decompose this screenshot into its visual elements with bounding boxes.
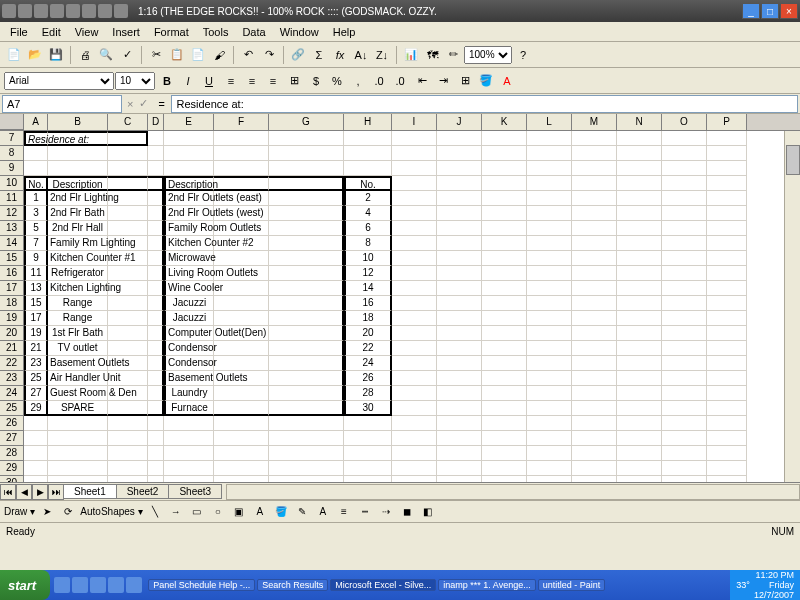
line-color-button[interactable]: ✎ xyxy=(293,503,311,521)
cell[interactable] xyxy=(108,251,148,266)
formula-input[interactable]: Residence at: xyxy=(171,95,798,113)
cell[interactable] xyxy=(572,476,617,482)
cell[interactable]: 13 xyxy=(24,281,48,296)
cell[interactable]: Condensor xyxy=(164,341,214,356)
font-select[interactable]: Arial xyxy=(4,72,114,90)
cell[interactable] xyxy=(214,401,269,416)
cell[interactable] xyxy=(662,131,707,146)
cell[interactable] xyxy=(108,281,148,296)
font-color-button[interactable]: A xyxy=(314,503,332,521)
cell[interactable] xyxy=(707,131,747,146)
cell[interactable] xyxy=(148,341,164,356)
cell[interactable] xyxy=(662,416,707,431)
cell[interactable] xyxy=(572,236,617,251)
menu-file[interactable]: File xyxy=(4,24,34,40)
cell[interactable] xyxy=(164,146,214,161)
cell[interactable] xyxy=(148,236,164,251)
cell[interactable] xyxy=(572,371,617,386)
row-header[interactable]: 19 xyxy=(0,311,24,326)
cell[interactable] xyxy=(108,356,148,371)
row-header[interactable]: 18 xyxy=(0,296,24,311)
borders-button[interactable]: ⊞ xyxy=(455,71,475,91)
cell[interactable] xyxy=(617,131,662,146)
cell[interactable] xyxy=(527,446,572,461)
cell[interactable] xyxy=(662,251,707,266)
fill-color-button[interactable]: 🪣 xyxy=(476,71,496,91)
cell[interactable] xyxy=(617,401,662,416)
cut-button[interactable]: ✂ xyxy=(146,45,166,65)
cell[interactable]: 1 xyxy=(24,191,48,206)
cell[interactable] xyxy=(437,146,482,161)
cell[interactable] xyxy=(148,446,164,461)
row-header[interactable]: 24 xyxy=(0,386,24,401)
cell[interactable] xyxy=(707,191,747,206)
sort-desc-button[interactable]: Z↓ xyxy=(372,45,392,65)
confirm-icon[interactable]: ✓ xyxy=(136,97,151,110)
inc-indent-button[interactable]: ⇥ xyxy=(433,71,453,91)
fill-button[interactable]: 🪣 xyxy=(272,503,290,521)
row-header[interactable]: 17 xyxy=(0,281,24,296)
cell[interactable] xyxy=(392,416,437,431)
ql-icon[interactable] xyxy=(108,577,124,593)
cell[interactable]: Computer Outlet(Den) xyxy=(164,326,214,341)
cell[interactable] xyxy=(269,251,344,266)
cell[interactable] xyxy=(482,461,527,476)
cell[interactable] xyxy=(148,401,164,416)
textbox-button[interactable]: ▣ xyxy=(230,503,248,521)
link-button[interactable]: 🔗 xyxy=(288,45,308,65)
cell[interactable] xyxy=(572,206,617,221)
task-button[interactable]: untitled - Paint xyxy=(538,579,606,591)
inc-decimal-button[interactable]: .0 xyxy=(369,71,389,91)
cell[interactable] xyxy=(269,191,344,206)
autosum-button[interactable]: Σ xyxy=(309,45,329,65)
menu-data[interactable]: Data xyxy=(236,24,271,40)
cell[interactable] xyxy=(572,311,617,326)
cell[interactable] xyxy=(164,476,214,482)
cell[interactable] xyxy=(527,356,572,371)
cell[interactable] xyxy=(437,341,482,356)
save-button[interactable]: 💾 xyxy=(46,45,66,65)
col-header[interactable]: G xyxy=(269,114,344,130)
cell[interactable] xyxy=(437,446,482,461)
cell[interactable] xyxy=(392,236,437,251)
cell[interactable] xyxy=(662,296,707,311)
cell[interactable] xyxy=(214,266,269,281)
cell[interactable] xyxy=(269,146,344,161)
cell[interactable] xyxy=(48,161,108,176)
cell[interactable] xyxy=(269,281,344,296)
col-header[interactable]: J xyxy=(437,114,482,130)
zoom-select[interactable]: 100% xyxy=(464,46,512,64)
select-all-corner[interactable] xyxy=(0,114,24,130)
cell[interactable] xyxy=(108,311,148,326)
cell[interactable] xyxy=(269,221,344,236)
cell[interactable] xyxy=(392,131,437,146)
font-color-button[interactable]: A xyxy=(497,71,517,91)
cell[interactable] xyxy=(108,131,148,146)
cell[interactable] xyxy=(108,296,148,311)
cell[interactable] xyxy=(527,176,572,191)
row-header[interactable]: 15 xyxy=(0,251,24,266)
row-header[interactable]: 14 xyxy=(0,236,24,251)
cell[interactable] xyxy=(437,176,482,191)
cell[interactable]: No. xyxy=(344,176,392,191)
cell[interactable] xyxy=(269,161,344,176)
cell[interactable] xyxy=(527,311,572,326)
cell[interactable] xyxy=(707,296,747,311)
cell[interactable] xyxy=(662,176,707,191)
cell[interactable] xyxy=(482,236,527,251)
row-header[interactable]: 29 xyxy=(0,461,24,476)
cell[interactable] xyxy=(707,146,747,161)
col-header[interactable]: A xyxy=(24,114,48,130)
col-header[interactable]: B xyxy=(48,114,108,130)
cell[interactable] xyxy=(148,131,164,146)
ql-icon[interactable] xyxy=(90,577,106,593)
cell[interactable] xyxy=(392,191,437,206)
cell[interactable] xyxy=(108,146,148,161)
cell[interactable] xyxy=(572,431,617,446)
arrow-button[interactable]: → xyxy=(167,503,185,521)
cell[interactable] xyxy=(24,161,48,176)
cell[interactable] xyxy=(662,446,707,461)
cell[interactable]: 3 xyxy=(24,206,48,221)
cell[interactable] xyxy=(392,476,437,482)
cell[interactable] xyxy=(527,326,572,341)
